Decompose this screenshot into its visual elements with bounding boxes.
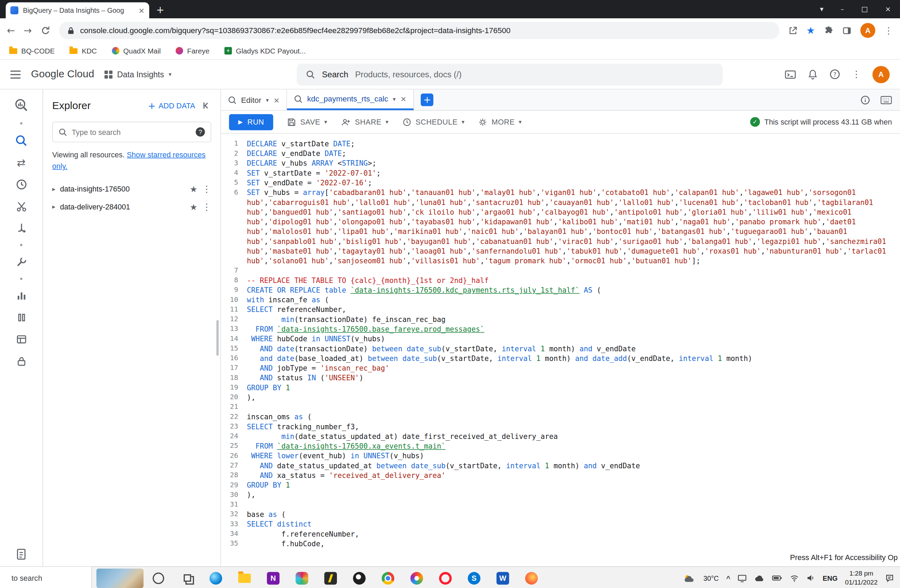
code-line[interactable]: 24 min(date_status_updated_at) date_firs… [221, 431, 900, 441]
share-icon[interactable] [788, 26, 798, 35]
tab-caret-icon[interactable]: ▾ [393, 96, 396, 102]
gcp-avatar[interactable]: A [872, 65, 890, 83]
code-line[interactable]: 7 [221, 266, 900, 275]
star-icon[interactable]: ★ [190, 184, 197, 194]
sql-workspace-search-icon[interactable] [15, 134, 28, 147]
query-info-icon[interactable] [860, 95, 870, 105]
notification-center-icon[interactable] [885, 574, 894, 583]
code-line[interactable]: 32base as ( [221, 509, 900, 519]
forward-button[interactable]: → [24, 26, 32, 35]
code-line-text[interactable]: ), [247, 490, 900, 500]
tab-close-icon[interactable]: × [273, 96, 279, 104]
save-button[interactable]: SAVE▾ [287, 117, 327, 127]
maximize-button[interactable]: □ [861, 5, 868, 13]
code-line-text[interactable]: FROM `data-insights-176500.base_fareye.p… [247, 324, 900, 334]
run-button[interactable]: ▶ RUN [229, 114, 273, 130]
code-line-text[interactable] [247, 500, 900, 509]
code-line[interactable]: 16 and date(base_loaded_at) between date… [221, 353, 900, 363]
more-options-icon[interactable]: ⋮ [852, 69, 861, 80]
explorer-search-input[interactable] [72, 128, 191, 136]
obs-icon[interactable] [352, 571, 366, 585]
wifi-icon[interactable] [790, 574, 799, 582]
code-line-text[interactable]: WHERE lower(event_hub) in UNNEST(v_hubs) [247, 451, 900, 461]
cortana-icon[interactable] [152, 571, 165, 585]
code-line-text[interactable]: SELECT referenceNumber, [247, 305, 900, 314]
code-line-text[interactable]: DECLARE v_endDate DATE; [247, 149, 900, 158]
code-line[interactable]: 15 AND date(transactionDate) between dat… [221, 344, 900, 353]
collapse-panel-icon[interactable] [201, 101, 211, 111]
code-line-text[interactable]: GROUP BY 1 [247, 383, 900, 392]
window-chevron-icon[interactable]: ▾ [820, 5, 823, 13]
tab-close-icon[interactable]: × [138, 6, 145, 14]
code-line-text[interactable]: SET v_startDate = '2022-07-01'; [247, 168, 900, 178]
code-line-text[interactable] [247, 402, 900, 412]
release-notes-document-icon[interactable] [16, 548, 27, 561]
expand-caret-icon[interactable]: ▸ [52, 203, 55, 211]
menu-icon[interactable] [10, 70, 21, 78]
onenote-icon[interactable]: N [266, 571, 280, 585]
code-line-text[interactable]: SET v_endDate = '2022-07-16'; [247, 178, 900, 187]
scheduled-queries-clock-icon[interactable] [15, 178, 27, 190]
code-line[interactable]: 29GROUP BY 1 [221, 480, 900, 490]
cloud-shell-icon[interactable] [785, 69, 796, 79]
add-data-button[interactable]: +ADD DATA [148, 100, 196, 111]
minimize-button[interactable]: – [841, 5, 844, 13]
taskbar-search[interactable]: to search [0, 567, 92, 588]
code-line-text[interactable]: DECLARE v_startDate DATE; [247, 139, 900, 149]
code-line[interactable]: 26 WHERE lower(event_hub) in UNNEST(v_hu… [221, 451, 900, 461]
code-line[interactable]: 18 AND status IN ('UNSEEN') [221, 373, 900, 383]
code-line[interactable]: 3DECLARE v_hubs ARRAY <STRING>; [221, 158, 900, 168]
opera-icon[interactable] [438, 571, 452, 585]
code-line[interactable]: 34 f.referenceNumber, [221, 529, 900, 538]
code-line-text[interactable]: GROUP BY 1 [247, 480, 900, 490]
code-line-text[interactable]: with inscan_fe as ( [247, 295, 900, 305]
gcp-search-bar[interactable]: Search Products, resources, docs (/) [296, 63, 723, 85]
bookmark-star-icon[interactable]: ★ [807, 25, 815, 36]
code-line[interactable]: 9CREATE OR REPLACE table `data-insights-… [221, 285, 900, 295]
code-line-text[interactable]: and date(base_loaded_at) between date_su… [247, 353, 900, 363]
code-line-text[interactable]: f.referenceNumber, [247, 529, 900, 538]
code-line[interactable]: 20), [221, 392, 900, 402]
word-icon[interactable]: W [496, 571, 509, 585]
address-bar[interactable]: console.cloud.google.com/bigquery?sq=103… [59, 22, 779, 39]
code-line[interactable]: 2DECLARE v_endDate DATE; [221, 149, 900, 158]
notifications-icon[interactable] [807, 69, 818, 80]
bookmark-item[interactable]: Fareye [176, 47, 209, 55]
weather-icon[interactable] [683, 574, 696, 583]
bar-chart-icon[interactable] [15, 290, 27, 302]
code-line[interactable]: 35 f.hubCode, [221, 538, 900, 548]
code-line-text[interactable]: min(transactionDate) fe_inscan_rec_bag [247, 314, 900, 324]
scissors-icon[interactable] [15, 200, 27, 212]
color-wheel-app-icon[interactable] [410, 571, 424, 585]
data-transfers-arrows-icon[interactable]: ⇄ [17, 157, 26, 169]
tree-item[interactable]: ▸ data-delivery-284001 ★ ⋮ [52, 198, 211, 216]
table-icon[interactable] [15, 333, 27, 345]
bookmark-item[interactable]: QuadX Mail [112, 47, 161, 55]
code-line-text[interactable]: SELECT tracking_number_f3, [247, 422, 900, 431]
extensions-icon[interactable] [824, 26, 833, 35]
project-selector[interactable]: Data Insights ▾ [105, 70, 172, 79]
search-highlight-thumbnail[interactable] [96, 568, 143, 588]
language-indicator[interactable]: ENG [823, 574, 838, 582]
speaker-icon[interactable] [807, 574, 815, 582]
google-cloud-logo[interactable]: Google Cloud [31, 68, 94, 80]
code-line[interactable]: 5SET v_endDate = '2022-07-16'; [221, 178, 900, 187]
code-line[interactable]: 14 WHERE hubCode in UNNEST(v_hubs) [221, 334, 900, 344]
side-panel-icon[interactable] [842, 26, 852, 35]
code-line[interactable]: 13 FROM `data-insights-176500.base_farey… [221, 324, 900, 334]
tab-caret-icon[interactable]: ▾ [266, 97, 268, 103]
skype-icon[interactable]: S [467, 571, 481, 585]
keyboard-shortcuts-icon[interactable] [880, 96, 892, 104]
close-button[interactable]: × [885, 5, 891, 13]
code-line[interactable]: 22inscan_oms as ( [221, 412, 900, 422]
code-line-text[interactable]: AND jobType = 'inscan_rec_bag' [247, 363, 900, 373]
browser-menu-icon[interactable]: ⋮ [884, 25, 893, 36]
code-line[interactable]: 31 [221, 500, 900, 509]
schedule-button[interactable]: SCHEDULE▾ [402, 117, 464, 127]
battery-icon[interactable] [772, 575, 783, 581]
code-line-text[interactable]: SET v_hubs = array['cabadbaran01 hub','t… [247, 188, 900, 266]
browser-tab[interactable]: BigQuery – Data Insights – Goog × [6, 2, 149, 19]
code-line-text[interactable] [247, 266, 900, 275]
code-line[interactable]: 23SELECT tracking_number_f3, [221, 422, 900, 431]
explorer-scrollbar[interactable] [216, 320, 219, 356]
